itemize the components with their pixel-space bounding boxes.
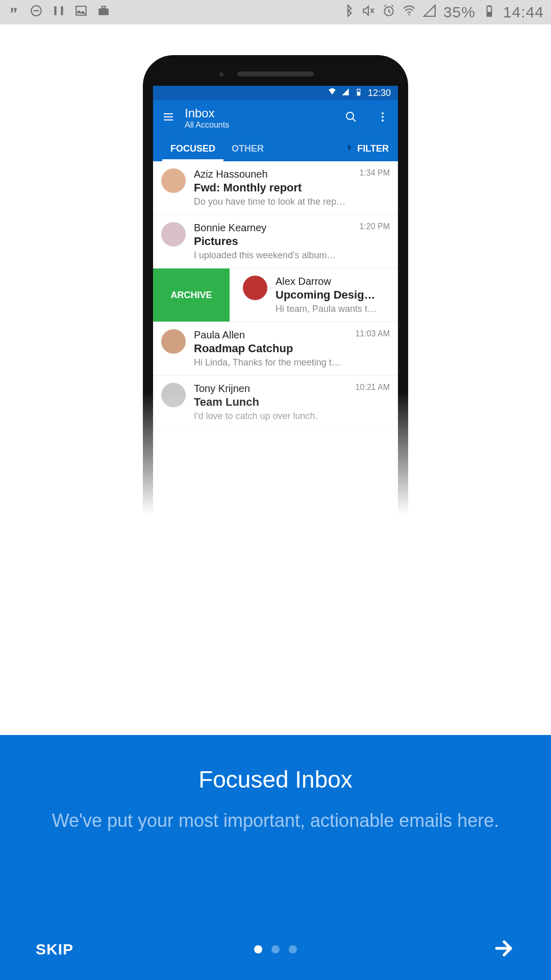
wifi-icon xyxy=(403,4,416,21)
wifi-icon xyxy=(328,88,336,99)
phone-screen: 12:30 Inbox All Accounts FOCUSED OTHER xyxy=(153,86,398,514)
page-dot-2[interactable] xyxy=(271,945,280,953)
preview: Hi team, Paula wants to do xyxy=(276,304,378,314)
avatar xyxy=(161,168,186,193)
mute-icon xyxy=(362,4,375,21)
avatar xyxy=(243,276,267,300)
clock-text: 14:44 xyxy=(503,4,544,21)
message-row[interactable]: Tony Krijnen Team Lunch I'd love to catc… xyxy=(153,376,398,429)
svg-point-13 xyxy=(382,112,384,114)
svg-point-6 xyxy=(408,14,410,15)
svg-rect-3 xyxy=(98,9,109,15)
appbar-title: Inbox xyxy=(185,106,229,120)
page-indicator xyxy=(254,945,297,953)
subject: Team Lunch xyxy=(194,396,343,409)
alarm-icon xyxy=(382,4,395,21)
onboarding-footer: SKIP xyxy=(0,934,551,965)
subject: Pictures xyxy=(194,235,347,248)
sender: Bonnie Kearney xyxy=(194,222,347,234)
onboarding-title: Focused Inbox xyxy=(198,766,353,793)
subject: Upcoming Design Review xyxy=(276,288,378,302)
preview: Do you have time to look at the report… xyxy=(194,197,347,207)
avatar xyxy=(161,222,186,247)
tab-other[interactable]: OTHER xyxy=(223,136,272,161)
filter-button[interactable]: FILTER xyxy=(345,143,389,155)
page-dot-1[interactable] xyxy=(254,945,262,953)
quote-icon xyxy=(7,4,20,21)
onboarding-subtitle: We've put your most important, actionabl… xyxy=(52,808,499,834)
battery-icon xyxy=(483,4,496,21)
message-list: Aziz Hassouneh Fwd: Monthly report Do yo… xyxy=(153,161,398,514)
time: 1:20 PM xyxy=(359,222,390,231)
phone-mock: 12:30 Inbox All Accounts FOCUSED OTHER xyxy=(112,55,439,514)
search-icon[interactable] xyxy=(345,111,357,125)
svg-rect-4 xyxy=(102,6,106,8)
sender: Aziz Hassouneh xyxy=(194,168,347,180)
picture-icon xyxy=(74,4,88,21)
hamburger-icon[interactable] xyxy=(162,111,174,125)
sender: Tony Krijnen xyxy=(194,383,343,395)
preview: I'd love to catch up over lunch. xyxy=(194,411,343,422)
do-not-disturb-icon xyxy=(30,4,43,21)
tab-other-label: OTHER xyxy=(232,143,264,154)
message-row[interactable]: Bonnie Kearney Pictures I uploaded this … xyxy=(153,215,398,268)
mock-appbar: Inbox All Accounts xyxy=(153,100,398,136)
svg-rect-1 xyxy=(34,10,39,11)
battery-percentage: 35% xyxy=(443,4,475,21)
message-row[interactable]: Aziz Hassouneh Fwd: Monthly report Do yo… xyxy=(153,161,398,215)
phone-speaker xyxy=(237,71,314,77)
svg-rect-9 xyxy=(488,5,490,6)
signal-icon xyxy=(423,4,436,21)
sender: Paula Allen xyxy=(194,329,343,341)
preview: Hi Linda, Thanks for the meeting this… xyxy=(194,357,343,368)
signal-icon xyxy=(341,88,349,99)
subject: Fwd: Monthly report xyxy=(194,181,347,194)
battery-icon xyxy=(355,88,363,99)
avatar xyxy=(161,329,186,354)
svg-rect-11 xyxy=(357,92,360,95)
bluetooth-icon xyxy=(341,4,355,21)
time: 10:21 AM xyxy=(355,383,390,392)
svg-rect-8 xyxy=(487,12,492,16)
time: 1:34 PM xyxy=(359,168,390,178)
filter-label: FILTER xyxy=(357,143,389,154)
carrier-icon xyxy=(52,4,65,21)
mock-status-bar: 12:30 xyxy=(153,86,398,100)
mock-clock: 12:30 xyxy=(368,88,391,99)
svg-point-12 xyxy=(346,112,354,119)
archive-label: ARCHIVE xyxy=(170,290,212,301)
host-status-bar: 35% 14:44 xyxy=(0,0,551,24)
tab-focused[interactable]: FOCUSED xyxy=(162,136,223,161)
message-row-swiped[interactable]: ARCHIVE Alex Darrow Upcoming Design Revi… xyxy=(153,268,398,322)
sender: Alex Darrow xyxy=(276,276,378,287)
arrow-right-icon xyxy=(493,952,515,961)
mock-tabs: FOCUSED OTHER FILTER xyxy=(153,136,398,161)
time: 11:03 AM xyxy=(355,329,390,338)
briefcase-icon xyxy=(97,4,110,21)
appbar-subtitle: All Accounts xyxy=(185,120,229,130)
next-button[interactable] xyxy=(493,937,515,962)
onboarding-panel: Focused Inbox We've put your most import… xyxy=(0,735,551,980)
svg-point-14 xyxy=(382,116,384,118)
archive-action[interactable]: ARCHIVE xyxy=(153,268,230,322)
overflow-menu-icon[interactable] xyxy=(377,111,389,125)
skip-button[interactable]: SKIP xyxy=(36,941,73,958)
tab-focused-label: FOCUSED xyxy=(170,143,215,154)
lightning-icon xyxy=(345,143,354,155)
onboarding-screen: 12:30 Inbox All Accounts FOCUSED OTHER xyxy=(0,24,551,980)
avatar xyxy=(161,383,186,407)
skip-label: SKIP xyxy=(36,941,73,958)
preview: I uploaded this weekend's album… xyxy=(194,250,347,261)
page-dot-3[interactable] xyxy=(289,945,297,953)
subject: Roadmap Catchup xyxy=(194,342,343,355)
svg-point-15 xyxy=(382,119,384,121)
phone-sensor-dot xyxy=(219,72,223,77)
message-row[interactable]: Paula Allen Roadmap Catchup Hi Linda, Th… xyxy=(153,322,398,376)
